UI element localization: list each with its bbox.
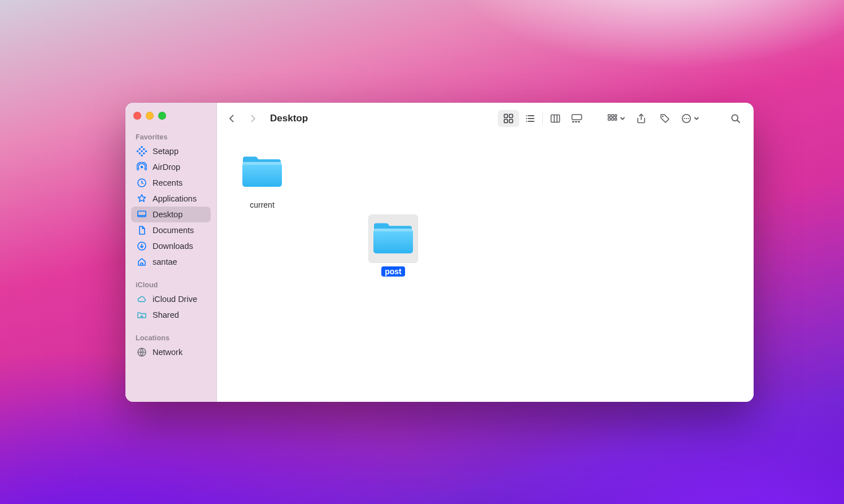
finder-content[interactable]: current [217, 134, 754, 402]
svg-rect-17 [510, 115, 513, 118]
sidebar-item-label: iCloud Drive [153, 295, 197, 304]
toolbar-actions [607, 111, 699, 126]
back-button[interactable] [224, 109, 240, 128]
sidebar-item-label: Recents [153, 178, 182, 187]
svg-rect-49 [373, 229, 413, 231]
sidebar-item-home[interactable]: santae [131, 254, 211, 270]
sidebar-item-label: AirDrop [153, 163, 180, 172]
svg-rect-31 [575, 121, 577, 123]
sidebar-item-documents[interactable]: Documents [131, 222, 211, 238]
svg-rect-48 [373, 229, 413, 253]
sidebar-section-locations: Network [129, 344, 213, 360]
svg-line-45 [737, 120, 739, 122]
finder-main: Desktop [217, 103, 754, 402]
svg-rect-7 [143, 152, 145, 154]
file-label: post [381, 266, 405, 277]
svg-rect-3 [137, 151, 138, 152]
svg-rect-4 [141, 151, 143, 152]
svg-point-42 [686, 118, 687, 119]
sidebar-item-label: Setapp [153, 147, 179, 156]
svg-rect-35 [615, 115, 617, 117]
folder-icon [368, 214, 418, 263]
folder-item-current[interactable]: current [235, 148, 289, 210]
svg-rect-37 [612, 118, 614, 120]
finder-toolbar: Desktop [217, 103, 754, 134]
search-button[interactable] [728, 111, 743, 126]
sidebar-item-airdrop[interactable]: AirDrop [131, 159, 211, 175]
sidebar-item-desktop[interactable]: Desktop [131, 207, 211, 222]
chevron-down-icon [620, 113, 625, 124]
svg-rect-2 [143, 148, 145, 150]
sidebar-section-favorites: Setapp AirDrop Recents Applications [129, 143, 213, 270]
sidebar-section-title-icloud: iCloud [129, 278, 213, 291]
svg-rect-36 [608, 118, 611, 120]
view-list-button[interactable] [519, 110, 541, 127]
minimize-button[interactable] [146, 112, 154, 120]
window-title: Desktop [270, 113, 308, 124]
window-controls [129, 109, 213, 130]
svg-rect-30 [572, 121, 575, 123]
share-button[interactable] [633, 111, 649, 126]
svg-rect-38 [615, 118, 617, 120]
sidebar-item-setapp[interactable]: Setapp [131, 143, 211, 159]
view-columns-button[interactable] [545, 110, 566, 127]
svg-rect-26 [551, 115, 560, 122]
action-menu-button[interactable] [681, 113, 699, 124]
view-gallery-button[interactable] [566, 110, 588, 127]
svg-rect-16 [504, 115, 508, 118]
desktop-icon [137, 209, 147, 220]
svg-rect-0 [141, 146, 143, 148]
sidebar-item-label: Applications [153, 194, 197, 203]
sidebar-item-label: Documents [153, 226, 194, 235]
svg-point-39 [662, 116, 663, 117]
svg-rect-6 [139, 152, 141, 154]
sidebar-item-shared[interactable]: Shared [131, 307, 211, 323]
svg-point-41 [684, 118, 685, 119]
sidebar-item-network[interactable]: Network [131, 344, 211, 360]
svg-rect-18 [504, 120, 508, 123]
sidebar-item-downloads[interactable]: Downloads [131, 238, 211, 254]
zoom-button[interactable] [158, 112, 166, 120]
chevron-down-icon [694, 113, 699, 124]
documents-icon [137, 225, 147, 235]
file-label: current [246, 200, 278, 210]
svg-point-22 [526, 118, 527, 119]
folder-icon [237, 148, 287, 196]
cloud-icon [137, 294, 147, 304]
svg-rect-5 [145, 151, 147, 152]
sidebar-item-applications[interactable]: Applications [131, 191, 211, 207]
svg-rect-29 [572, 115, 582, 120]
svg-rect-8 [141, 155, 143, 156]
sidebar-section-title-locations: Locations [129, 331, 213, 344]
sidebar-item-iclouddrive[interactable]: iCloud Drive [131, 291, 211, 307]
shared-folder-icon [137, 310, 147, 320]
sidebar-item-label: santae [153, 257, 177, 266]
svg-point-24 [526, 121, 527, 122]
sidebar-item-label: Downloads [153, 242, 193, 251]
downloads-icon [137, 241, 147, 251]
forward-button[interactable] [245, 109, 261, 128]
svg-rect-47 [242, 162, 282, 165]
group-by-button[interactable] [607, 113, 625, 124]
sidebar-section-title-favorites: Favorites [129, 130, 213, 143]
folder-item-post[interactable]: post [366, 214, 420, 277]
svg-point-43 [688, 118, 689, 119]
svg-point-9 [141, 166, 143, 168]
svg-rect-1 [139, 148, 141, 150]
sidebar-item-recents[interactable]: Recents [131, 175, 211, 191]
sidebar-item-label: Desktop [153, 210, 182, 219]
view-icons-button[interactable] [498, 110, 519, 127]
close-button[interactable] [133, 112, 141, 120]
finder-sidebar: Favorites Setapp AirDrop Recents [125, 103, 217, 402]
svg-point-20 [526, 115, 527, 116]
svg-rect-33 [608, 115, 611, 117]
applications-icon [137, 194, 147, 204]
finder-window: Favorites Setapp AirDrop Recents [125, 103, 754, 402]
segment-divider [542, 112, 543, 125]
sidebar-section-icloud: iCloud Drive Shared [129, 291, 213, 323]
svg-rect-46 [242, 162, 282, 187]
home-icon [137, 257, 147, 267]
tags-button[interactable] [657, 111, 673, 126]
setapp-icon [137, 146, 147, 156]
globe-icon [137, 347, 147, 357]
